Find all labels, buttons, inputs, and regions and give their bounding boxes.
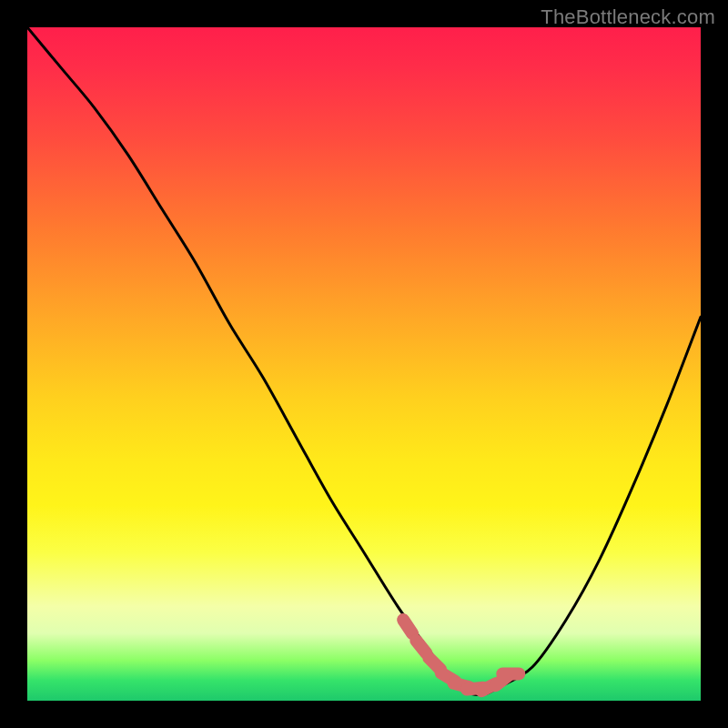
highlight-dot — [416, 641, 426, 653]
bottleneck-curve — [27, 27, 701, 695]
chart-area — [27, 27, 701, 701]
highlight-markers — [403, 620, 519, 691]
watermark-text: TheBottleneck.com — [541, 5, 715, 29]
curve-svg — [27, 27, 701, 701]
highlight-dot — [403, 620, 412, 633]
